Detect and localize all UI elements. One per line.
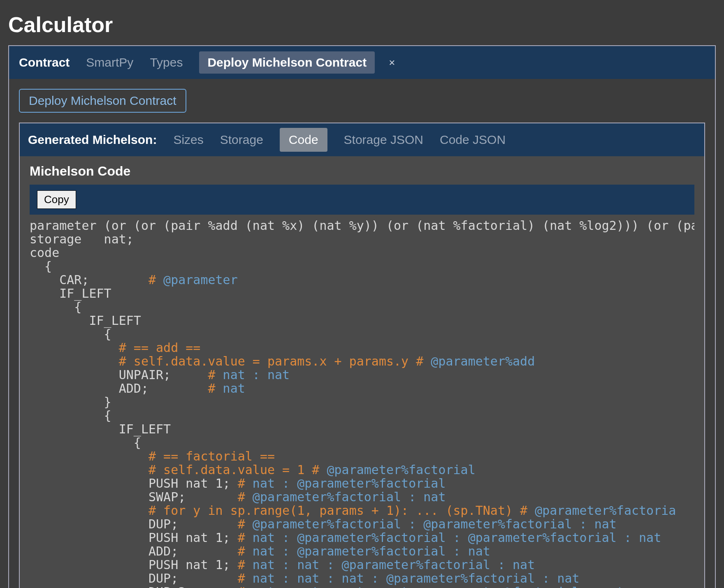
michelson-code: parameter (or (or (pair %add (nat %x) (n… [30, 219, 694, 588]
tab-deploy-michelson[interactable]: Deploy Michelson Contract [199, 51, 375, 74]
main-tab-bar: Contract SmartPy Types Deploy Michelson … [9, 46, 715, 79]
generated-tab-bar: Generated Michelson: Sizes Storage Code … [20, 123, 704, 156]
inner-area: Deploy Michelson Contract Generated Mich… [9, 79, 715, 588]
tab-contract[interactable]: Contract [19, 56, 70, 69]
tab-code-json[interactable]: Code JSON [440, 133, 506, 147]
tab-smartpy[interactable]: SmartPy [86, 56, 133, 69]
tab-code[interactable]: Code [280, 128, 327, 152]
code-title: Michelson Code [30, 164, 694, 179]
tab-storage-json[interactable]: Storage JSON [344, 133, 423, 147]
code-area: Michelson Code Copy parameter (or (or (p… [20, 156, 704, 588]
tab-types[interactable]: Types [150, 56, 183, 69]
page-title: Calculator [0, 0, 724, 45]
deploy-michelson-button[interactable]: Deploy Michelson Contract [19, 89, 186, 113]
copy-bar: Copy [30, 185, 694, 215]
generated-label: Generated Michelson: [28, 133, 157, 147]
tab-sizes[interactable]: Sizes [173, 133, 203, 147]
outer-panel: Contract SmartPy Types Deploy Michelson … [8, 45, 716, 588]
copy-button[interactable]: Copy [37, 190, 76, 209]
generated-panel: Generated Michelson: Sizes Storage Code … [19, 123, 705, 588]
tab-storage[interactable]: Storage [220, 133, 263, 147]
close-icon[interactable]: × [389, 56, 395, 69]
